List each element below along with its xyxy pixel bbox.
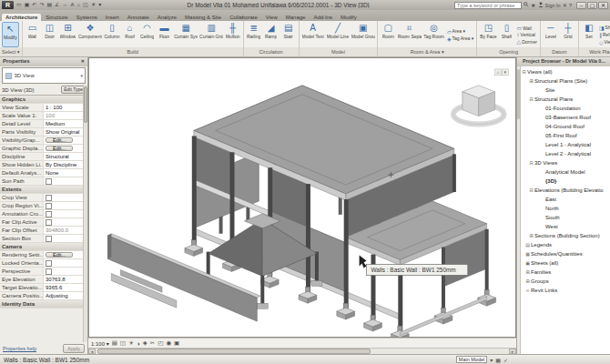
section-icon[interactable]: ◫	[82, 1, 89, 9]
tree-item[interactable]: Level 2 - Analytical	[521, 149, 610, 158]
property-value[interactable]	[44, 194, 83, 201]
ribbon-button[interactable]: ◧ Set	[581, 22, 597, 47]
ribbon-small-button[interactable]: ▱ Area ▾	[446, 28, 474, 35]
tree-item[interactable]: ∞ Revit Links	[521, 286, 610, 295]
properties-help-link[interactable]: Properties help	[3, 346, 36, 351]
tree-item[interactable]: South	[521, 213, 610, 222]
tree-item[interactable]: 01-Foundation	[521, 104, 610, 113]
undo-icon[interactable]: ↶	[31, 1, 37, 9]
tree-item[interactable]: East	[521, 195, 610, 204]
ribbon-button[interactable]: ◎ Tag Room	[422, 22, 445, 47]
reveal-hidden-icon[interactable]: ▣	[174, 339, 179, 347]
ribbon-button[interactable]: ◫ Door	[42, 22, 58, 47]
property-value[interactable]: 9365.6	[44, 284, 83, 291]
property-row[interactable]: Discipline Structural	[0, 153, 83, 161]
tree-expand-icon[interactable]: ▣	[524, 260, 531, 266]
ribbon-button[interactable]: ▬ Floor	[157, 22, 173, 47]
qat-customize-icon[interactable]: ▾	[97, 1, 102, 9]
design-options-dropdown[interactable]: Main Model	[456, 356, 487, 363]
text-icon[interactable]: A	[69, 1, 75, 9]
tree-item[interactable]: 03-Basement Roof	[521, 113, 610, 122]
property-value[interactable]: 100	[44, 112, 83, 119]
tree-expand-icon[interactable]: ⊟	[528, 160, 534, 166]
ribbon-tab[interactable]: Annotate	[124, 14, 153, 21]
property-row[interactable]: Show Hidden Li... By Discipline	[0, 161, 83, 169]
visual-style-icon[interactable]: ◫	[120, 339, 126, 347]
properties-close-icon[interactable]: ✕	[81, 58, 85, 66]
property-row[interactable]: Parts Visibility Show Original	[0, 128, 83, 136]
open-icon[interactable]: ▭	[15, 1, 23, 9]
property-value[interactable]: Structural	[44, 153, 83, 160]
property-row[interactable]: Perspective	[0, 268, 83, 276]
view-scale-button[interactable]: 1:100 ▾	[91, 340, 109, 347]
property-row[interactable]: Far Clip Offset 304800.0	[0, 227, 83, 235]
ribbon-button[interactable]: ▯ Shaft	[499, 22, 515, 47]
default-3d-view-icon[interactable]: ⌂	[76, 1, 81, 9]
ribbon-button[interactable]: ▦ Curtain Sys	[174, 22, 198, 47]
ribbon-tab[interactable]: Collaborate	[226, 14, 261, 21]
ribbon-button[interactable]: ▥ Curtain Grid	[199, 22, 224, 47]
property-row[interactable]: Detail Level Medium	[0, 120, 83, 128]
tree-item[interactable]: ▦ Schedules/Quantities	[521, 249, 610, 258]
tree-item[interactable]: ⊟ Elevations (Building Elevatio	[521, 186, 610, 195]
property-row[interactable]: Target Elevatio... 9365.6	[0, 284, 83, 292]
ribbon-button[interactable]: ▭ Wall	[25, 22, 41, 47]
scrollbar-thumb[interactable]	[97, 349, 371, 354]
scroll-left-icon[interactable]: ◄	[88, 349, 96, 354]
ribbon-small-button[interactable]: ▭ Wall	[516, 25, 538, 31]
property-value[interactable]: Show Original	[44, 128, 83, 136]
tree-expand-icon[interactable]: ⊞	[528, 78, 534, 84]
property-row[interactable]: Graphics	[0, 96, 83, 104]
help-icon[interactable]: ?	[569, 3, 572, 8]
ribbon-tab[interactable]: Modify	[337, 14, 361, 21]
model-canvas[interactable]: Walls : Basic Wall : BW1 250mm ⌂ ▾	[89, 58, 515, 337]
property-value[interactable]: 304800.0	[44, 227, 83, 234]
ribbon-tab[interactable]: Insert	[102, 14, 123, 21]
tree-item[interactable]: ⊞ Sections (Building Section)	[521, 231, 610, 240]
select-panel-label[interactable]: Select ▾	[0, 47, 22, 56]
tree-expand-icon[interactable]: ▤	[524, 242, 531, 248]
ribbon-button[interactable]: ◢ Ramp	[263, 22, 280, 47]
tree-item[interactable]: 04-Ground Roof	[521, 122, 610, 131]
room-area-panel-label[interactable]: Room & Area ▾	[378, 47, 476, 56]
tree-item[interactable]: {3D}	[521, 177, 610, 186]
tree-item[interactable]: West	[521, 222, 610, 231]
horizontal-scrollbar[interactable]: ◄ ►	[88, 348, 516, 354]
crop-view-icon[interactable]: ✂	[150, 339, 155, 347]
modify-button[interactable]: ↖ Modify	[2, 22, 19, 47]
ribbon-tab[interactable]: Add-Ins	[310, 14, 336, 21]
property-row[interactable]: Camera Positio... Adjusting	[0, 292, 83, 300]
exchange-apps-icon[interactable]: ✕	[563, 2, 567, 8]
search-input[interactable]	[454, 2, 522, 9]
ribbon-tab[interactable]: Massing & Site	[181, 14, 225, 21]
ribbon-button[interactable]: ▣ Model Group	[351, 22, 375, 47]
ribbon-tab[interactable]: Systems	[73, 14, 101, 21]
drawing-area[interactable]: Walls : Basic Wall : BW1 250mm ⌂ ▾	[88, 57, 516, 338]
tree-item[interactable]: ⊟ Structural Plans	[521, 95, 610, 104]
crop-region-icon[interactable]: ◰	[158, 339, 163, 347]
ribbon-tab[interactable]: Architecture	[2, 14, 41, 21]
ribbon-button[interactable]: ▤ Stair	[280, 22, 297, 47]
view-cube[interactable]	[453, 86, 504, 125]
design-options-arrow-icon[interactable]: ▾	[490, 357, 493, 363]
property-value[interactable]: None	[44, 169, 83, 177]
ribbon-button[interactable]: ╫ Mullion	[225, 22, 241, 47]
type-selector[interactable]: ▧ 3D View ▾	[2, 67, 86, 84]
print-icon[interactable]: ▤	[46, 1, 53, 9]
property-value[interactable]	[44, 202, 83, 209]
property-row[interactable]: Crop Region Vi...	[0, 202, 83, 210]
property-row[interactable]: Extents	[0, 186, 83, 194]
ribbon-small-button[interactable]: ↕ Vertical	[516, 32, 538, 37]
ribbon-button[interactable]: ┼ Grid	[560, 22, 576, 47]
ribbon-button[interactable]: ▯ Column	[103, 22, 120, 47]
tree-expand-icon[interactable]: ⊞	[524, 269, 531, 275]
tree-expand-icon[interactable]: ⊞	[528, 233, 534, 238]
tree-expand-icon[interactable]: ⊟	[528, 187, 534, 193]
tree-expand-icon[interactable]: ⊞	[524, 278, 531, 284]
property-row[interactable]: Eye Elevation 30763.8	[0, 276, 83, 284]
close-button[interactable]: ✕	[598, 2, 608, 9]
property-value[interactable]	[44, 177, 83, 185]
tree-item[interactable]: ⊞ Structural Plans (Site)	[521, 76, 610, 86]
property-value[interactable]: By Discipline	[44, 161, 83, 168]
tree-expand-icon[interactable]: ⊟	[528, 96, 534, 102]
